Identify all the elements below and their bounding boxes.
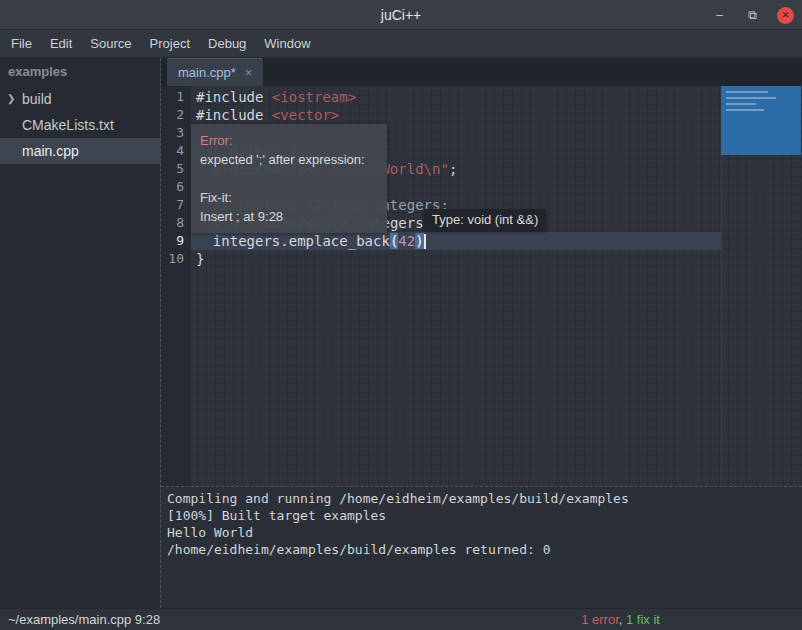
line-number: 3: [161, 124, 191, 142]
status-diagnostics: 1 error, 1 fix it: [581, 609, 660, 630]
line-number: 1: [161, 88, 191, 106]
output-line: /home/eidheim/examples/build/examples re…: [167, 541, 802, 558]
project-name: examples: [0, 58, 160, 86]
output-line: [100%] Built target examples: [167, 507, 802, 524]
code-line-2[interactable]: #include <vector>: [191, 106, 802, 124]
menu-item-edit[interactable]: Edit: [50, 36, 72, 51]
fixit-label: Fix-it:: [200, 188, 378, 207]
line-number: 5: [161, 160, 191, 178]
minimize-button[interactable]: –: [711, 7, 728, 24]
line-number: 8: [161, 214, 191, 232]
line-number: 7: [161, 196, 191, 214]
file-tree-panel: examples ❯buildCMakeLists.txtmain.cpp: [0, 58, 160, 608]
line-number-gutter: 12345678910: [161, 86, 191, 486]
menu-item-project[interactable]: Project: [150, 36, 190, 51]
output-line: Compiling and running /home/eidheim/exam…: [167, 490, 802, 507]
menu-item-window[interactable]: Window: [264, 36, 310, 51]
tab-main-cpp[interactable]: main.cpp*×: [167, 58, 263, 86]
app-window: juCi++ – ⧉ ✕ FileEditSourceProjectDebugW…: [0, 0, 802, 630]
tab-bar: main.cpp*×: [161, 58, 802, 86]
file-tree-item-main-cpp[interactable]: main.cpp: [0, 138, 160, 164]
status-bar: ~/examples/main.cpp 9:28 1 error, 1 fix …: [0, 608, 802, 630]
window-title: juCi++: [381, 7, 421, 23]
status-fixit-count: 1 fix it: [626, 612, 660, 627]
diagnostic-detail: expected ';' after expression:: [200, 150, 378, 169]
output-line: Hello World: [167, 524, 802, 541]
editor[interactable]: 12345678910 #include <iostream>#include …: [161, 86, 802, 486]
output-panel[interactable]: Compiling and running /home/eidheim/exam…: [161, 486, 802, 608]
menu-bar: FileEditSourceProjectDebugWindow: [0, 30, 802, 58]
text-cursor: [424, 234, 426, 249]
overview-map[interactable]: [721, 86, 801, 155]
minimap-line: [726, 97, 776, 99]
type-tooltip: Type: void (int &&): [424, 209, 546, 231]
minimap-line: [726, 103, 756, 105]
line-number: 2: [161, 106, 191, 124]
chevron-right-icon: ❯: [7, 86, 15, 112]
title-bar: juCi++ – ⧉ ✕: [0, 0, 802, 30]
diagnostic-spacer: [200, 169, 378, 188]
file-label: build: [22, 91, 52, 107]
tab-label: main.cpp*: [178, 65, 236, 80]
line-number: 4: [161, 142, 191, 160]
file-tree-item-cmakelists-txt[interactable]: CMakeLists.txt: [0, 112, 160, 138]
window-controls: – ⧉ ✕: [711, 0, 794, 30]
restore-button[interactable]: ⧉: [744, 7, 761, 24]
close-button[interactable]: ✕: [777, 7, 794, 24]
status-file-position: ~/examples/main.cpp 9:28: [8, 612, 160, 627]
minimap-line: [726, 91, 768, 93]
tab-close-icon[interactable]: ×: [245, 65, 253, 80]
code-line-1[interactable]: #include <iostream>: [191, 88, 802, 106]
line-number: 9: [161, 232, 191, 250]
file-tree: ❯buildCMakeLists.txtmain.cpp: [0, 86, 160, 164]
code-line-10[interactable]: }: [191, 250, 802, 268]
file-label: CMakeLists.txt: [22, 117, 114, 133]
line-number: 6: [161, 178, 191, 196]
menu-item-file[interactable]: File: [11, 36, 32, 51]
menu-item-source[interactable]: Source: [90, 36, 131, 51]
status-separator: ,: [619, 612, 626, 627]
code-line-9[interactable]: integers.emplace_back(42): [191, 232, 802, 250]
fixit-text: Insert ; at 9:28: [200, 207, 378, 226]
diagnostic-tooltip: Error: expected ';' after expression: Fi…: [191, 124, 387, 233]
diagnostic-title: Error:: [200, 131, 378, 150]
file-label: main.cpp: [22, 143, 79, 159]
status-error-count: 1 error: [581, 612, 619, 627]
line-number: 10: [161, 250, 191, 268]
file-tree-item-build[interactable]: ❯build: [0, 86, 160, 112]
minimap-line: [726, 109, 764, 111]
menu-item-debug[interactable]: Debug: [208, 36, 246, 51]
